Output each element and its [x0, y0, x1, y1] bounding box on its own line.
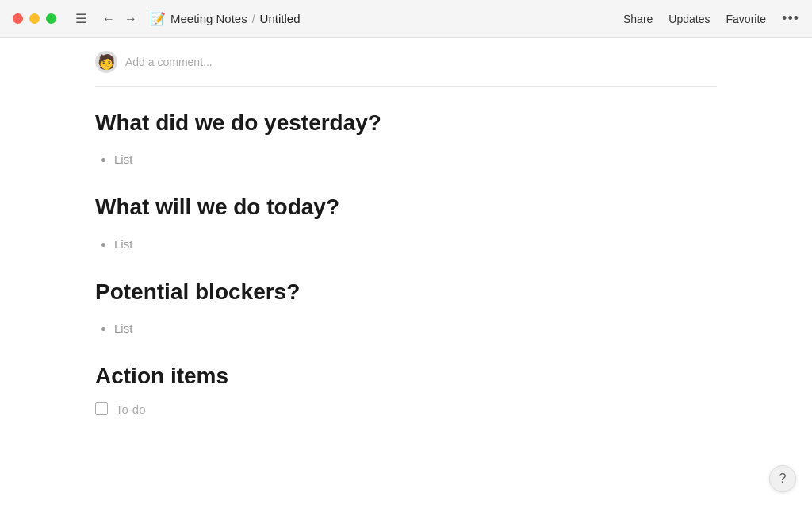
list-item[interactable]: List: [114, 318, 717, 340]
titlebar-left: ☰ ← → 📝 Meeting Notes / Untitled: [13, 8, 300, 29]
hamburger-icon[interactable]: ☰: [72, 8, 90, 29]
section-heading-action-items[interactable]: Action items: [95, 362, 717, 391]
comment-input[interactable]: Add a comment...: [125, 56, 213, 68]
minimize-button[interactable]: [29, 13, 40, 24]
more-options-icon[interactable]: •••: [782, 10, 799, 27]
share-button[interactable]: Share: [623, 13, 653, 25]
titlebar-right: Share Updates Favorite •••: [623, 10, 799, 27]
bullet-list-today: List: [95, 233, 717, 256]
checkbox-list-action-items: To-do: [95, 402, 717, 416]
document-content: 🧑 Add a comment... What did we do yester…: [0, 38, 812, 508]
breadcrumb: 📝 Meeting Notes / Untitled: [150, 11, 300, 26]
comment-section[interactable]: 🧑 Add a comment...: [95, 38, 717, 87]
section-yesterday: What did we do yesterday? List: [95, 109, 717, 171]
section-heading-blockers[interactable]: Potential blockers?: [95, 278, 717, 306]
close-button[interactable]: [13, 13, 23, 24]
checkbox-label: To-do: [116, 402, 146, 416]
help-button[interactable]: ?: [769, 465, 796, 492]
favorite-button[interactable]: Favorite: [726, 13, 767, 25]
back-button[interactable]: ←: [99, 10, 118, 28]
traffic-lights: [13, 13, 56, 24]
breadcrumb-current[interactable]: Untitled: [260, 12, 301, 25]
checkbox-icon[interactable]: [95, 402, 108, 415]
updates-button[interactable]: Updates: [668, 13, 710, 25]
avatar: 🧑: [95, 51, 117, 73]
forward-button[interactable]: →: [121, 10, 140, 28]
page-icon: 📝: [150, 11, 166, 26]
breadcrumb-separator: /: [252, 13, 255, 25]
bullet-list-yesterday: List: [95, 148, 717, 171]
titlebar: ☰ ← → 📝 Meeting Notes / Untitled Share U…: [0, 0, 812, 38]
section-action-items: Action items To-do: [95, 362, 717, 415]
section-heading-yesterday[interactable]: What did we do yesterday?: [95, 109, 717, 137]
checkbox-item[interactable]: To-do: [95, 402, 717, 416]
section-blockers: Potential blockers? List: [95, 278, 717, 340]
breadcrumb-parent[interactable]: Meeting Notes: [170, 12, 247, 25]
bullet-list-blockers: List: [95, 318, 717, 340]
list-item[interactable]: List: [114, 233, 717, 256]
section-today: What will we do today? List: [95, 193, 717, 255]
maximize-button[interactable]: [46, 13, 56, 24]
section-heading-today[interactable]: What will we do today?: [95, 193, 717, 221]
list-item[interactable]: List: [114, 148, 717, 171]
nav-arrows: ← →: [99, 10, 140, 28]
